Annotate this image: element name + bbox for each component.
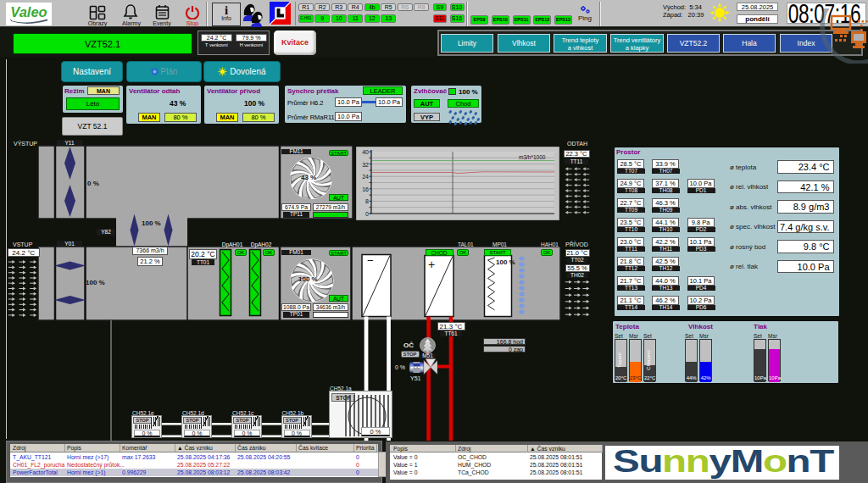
svg-text:+: + <box>428 258 435 271</box>
svg-text:8: 8 <box>365 198 369 204</box>
svg-text:40: 40 <box>362 149 369 155</box>
svg-text:−: − <box>367 254 374 267</box>
svg-text:m3/h*1000: m3/h*1000 <box>519 154 546 160</box>
svg-text:Valeo: Valeo <box>10 4 47 19</box>
svg-text:24: 24 <box>362 174 369 180</box>
svg-text:16: 16 <box>362 186 369 192</box>
svg-text:32: 32 <box>362 162 369 168</box>
svg-text:0: 0 <box>365 211 369 217</box>
